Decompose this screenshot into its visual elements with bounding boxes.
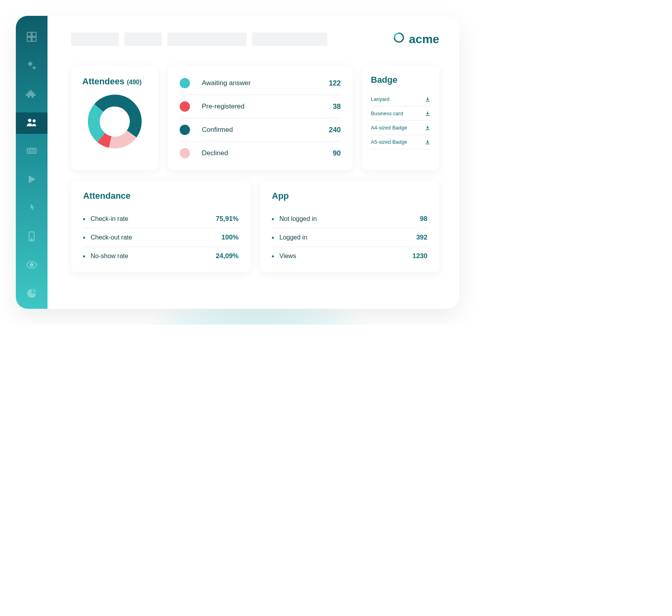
metric-label: Views — [279, 253, 412, 260]
attendees-count: (490) — [127, 79, 141, 86]
status-row: Confirmed 240 — [180, 118, 341, 142]
badge-download-lanyard[interactable]: Lanyard — [371, 92, 431, 106]
svg-point-11 — [31, 239, 32, 240]
grid-icon — [26, 31, 38, 44]
status-value: 38 — [333, 103, 341, 111]
download-icon — [425, 125, 431, 131]
metric-label: Logged in — [279, 234, 416, 241]
mobile-icon — [26, 230, 38, 244]
pointer-icon — [26, 202, 38, 215]
svg-rect-3 — [32, 37, 36, 41]
sidebar-item-attendees[interactable] — [16, 112, 47, 134]
badge-download-a5[interactable]: A5-sized Badge — [371, 135, 431, 149]
attendees-card: Attendees (490) — [71, 66, 158, 170]
metric-label: Check-in rate — [91, 215, 216, 222]
attendance-title: Attendance — [83, 191, 239, 201]
attendees-title-text: Attendees — [82, 76, 124, 86]
gears-icon — [26, 59, 38, 73]
bullet-icon — [83, 218, 85, 220]
badge-card: Badge Lanyard Business card A4-sized Bad… — [362, 66, 439, 170]
app-card: App Not logged in 98 Logged in 392 Views… — [260, 181, 439, 272]
status-label: Declined — [202, 149, 333, 157]
bullet-icon — [272, 255, 274, 257]
sidebar-item-dashboard[interactable] — [16, 27, 47, 48]
metric-value: 392 — [416, 234, 427, 241]
pie-icon — [26, 287, 38, 301]
svg-rect-0 — [27, 32, 31, 36]
svg-point-5 — [33, 67, 35, 69]
badge-label: A5-sized Badge — [371, 139, 407, 145]
download-icon — [425, 96, 431, 102]
status-value: 240 — [329, 126, 341, 134]
status-row: Awaiting answer 122 — [180, 72, 341, 95]
sidebar-item-tickets[interactable] — [16, 141, 47, 162]
metric-value: 75,91% — [216, 215, 239, 223]
sidebar-item-mobile[interactable] — [16, 226, 47, 248]
status-value: 90 — [333, 149, 341, 158]
metric-row: Check-in rate 75,91% — [83, 210, 239, 228]
sidebar-item-plugins[interactable] — [16, 84, 47, 105]
sidebar-item-settings[interactable] — [16, 55, 47, 77]
attendance-card: Attendance Check-in rate 75,91% Check-ou… — [71, 181, 251, 272]
metric-row: Check-out rate 100% — [83, 228, 239, 247]
bullet-icon — [272, 218, 274, 220]
logo-icon — [393, 32, 405, 46]
status-row: Declined 90 — [180, 142, 341, 165]
toolbar-placeholder — [167, 32, 247, 46]
svg-point-7 — [33, 120, 36, 123]
sidebar — [16, 16, 47, 309]
metric-row: Not logged in 98 — [272, 210, 427, 228]
sidebar-item-engagement[interactable] — [16, 198, 47, 219]
metric-value: 1230 — [412, 252, 427, 260]
status-dot — [180, 78, 190, 88]
ticket-icon — [26, 145, 38, 158]
sidebar-item-views[interactable] — [16, 255, 47, 276]
status-card: Awaiting answer 122 Pre-registered 38 Co… — [168, 66, 353, 170]
status-dot — [180, 125, 190, 135]
status-dot — [180, 148, 190, 158]
metric-row: Logged in 392 — [272, 228, 427, 247]
svg-rect-8 — [27, 148, 36, 154]
topbar: acme — [71, 32, 439, 46]
badge-download-a4[interactable]: A4-sized Badge — [371, 121, 431, 135]
badge-title: Badge — [371, 75, 431, 85]
metric-label: No-show rate — [91, 253, 216, 260]
badge-label: Lanyard — [371, 96, 389, 102]
metric-value: 98 — [420, 215, 427, 223]
status-row: Pre-registered 38 — [180, 95, 341, 118]
bullet-icon — [83, 237, 85, 239]
badge-label: Business card — [371, 110, 403, 116]
badge-download-businesscard[interactable]: Business card — [371, 106, 431, 121]
svg-point-6 — [28, 119, 32, 122]
sidebar-item-reports[interactable] — [16, 283, 47, 305]
metric-label: Not logged in — [279, 215, 420, 222]
badge-label: A4-sized Badge — [371, 125, 407, 131]
attendees-donut-chart — [87, 94, 142, 149]
main-content: acme Attendees (490) — [47, 16, 459, 309]
attendees-title: Attendees (490) — [82, 76, 147, 87]
toolbar-placeholder — [252, 32, 327, 46]
toolbar-placeholder — [71, 32, 119, 46]
brand-logo: acme — [393, 32, 439, 46]
svg-rect-2 — [27, 37, 31, 41]
brand-name: acme — [409, 32, 439, 46]
toolbar-placeholder — [124, 32, 162, 46]
bullet-icon — [272, 237, 274, 239]
app-title: App — [272, 191, 427, 201]
metric-value: 100% — [222, 234, 239, 241]
metric-row: Views 1230 — [272, 247, 427, 265]
puzzle-icon — [26, 88, 38, 101]
sidebar-item-media[interactable] — [16, 169, 47, 191]
status-dot — [180, 101, 190, 112]
status-label: Pre-registered — [202, 103, 333, 110]
metric-row: No-show rate 24,09% — [83, 247, 239, 265]
metric-label: Check-out rate — [91, 234, 222, 241]
svg-rect-1 — [32, 32, 36, 36]
download-icon — [425, 139, 431, 145]
status-label: Confirmed — [202, 126, 329, 134]
status-label: Awaiting answer — [202, 79, 329, 87]
download-icon — [425, 110, 431, 116]
svg-point-12 — [30, 263, 33, 266]
svg-rect-9 — [29, 150, 34, 152]
status-value: 122 — [329, 79, 341, 87]
